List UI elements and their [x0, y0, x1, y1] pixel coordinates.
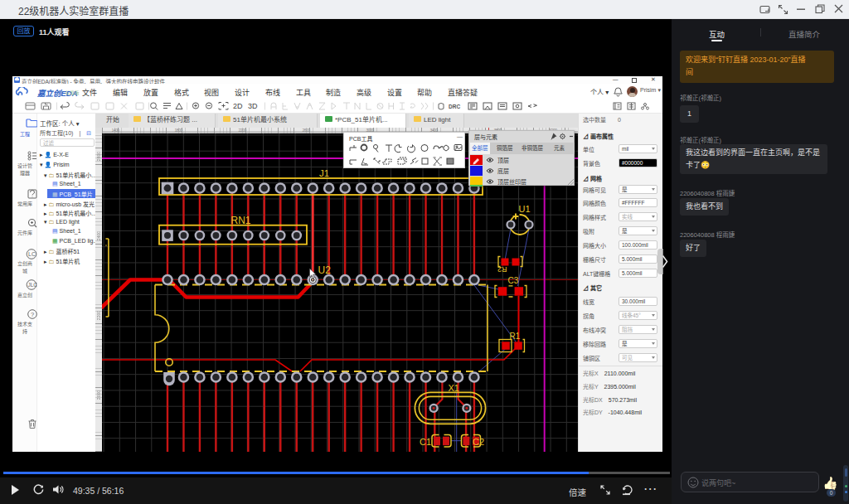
svg-text:C1: C1 — [420, 437, 431, 447]
svg-text:JLC: JLC — [28, 282, 38, 288]
svg-text:3D: 3D — [248, 102, 258, 110]
svg-text:2D: 2D — [233, 102, 243, 110]
svg-text:X1: X1 — [448, 383, 458, 393]
svg-text:U2: U2 — [318, 264, 331, 276]
svg-text:J1: J1 — [319, 168, 329, 178]
svg-text:R1: R1 — [509, 332, 520, 341]
svg-text:RN1: RN1 — [230, 215, 250, 226]
svg-text:U1: U1 — [518, 204, 530, 214]
svg-text:DRC: DRC — [449, 104, 460, 109]
svg-text:R2: R2 — [497, 265, 507, 274]
svg-text:C3: C3 — [507, 276, 518, 285]
svg-text:?: ? — [31, 311, 34, 318]
svg-text:LC: LC — [28, 251, 36, 257]
svg-text:C2: C2 — [473, 437, 484, 447]
